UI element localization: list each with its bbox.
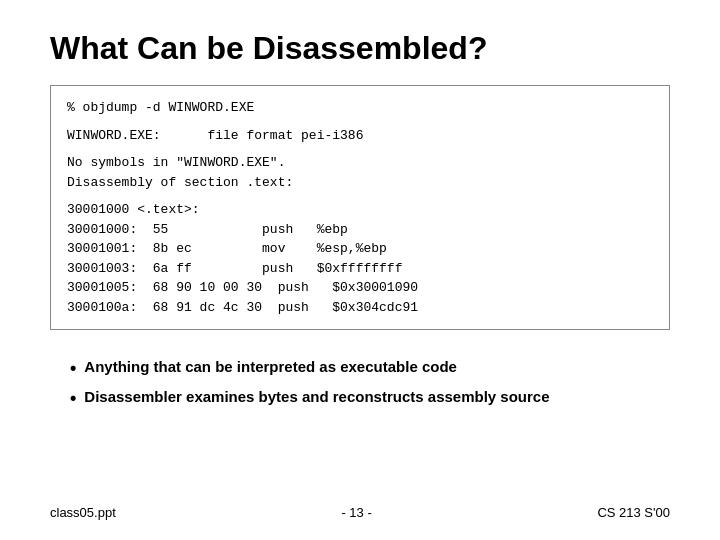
- footer-right: CS 213 S'00: [597, 505, 670, 520]
- bullet-item-2: • Disassembler examines bytes and recons…: [70, 388, 670, 410]
- code-line-11: 30001003: 6a ff push $0xffffffff: [67, 259, 653, 279]
- code-line-3: WINWORD.EXE: file format pei-i386: [67, 126, 653, 146]
- footer: class05.ppt - 13 - CS 213 S'00: [50, 495, 670, 520]
- code-line-12: 30001005: 68 90 10 00 30 push $0x3000109…: [67, 278, 653, 298]
- footer-left: class05.ppt: [50, 505, 116, 520]
- code-line-9: 30001000: 55 push %ebp: [67, 220, 653, 240]
- bullet-text-2: Disassembler examines bytes and reconstr…: [84, 388, 549, 405]
- code-line-13: 3000100a: 68 91 dc 4c 30 push $0x304cdc9…: [67, 298, 653, 318]
- footer-center: - 13 -: [341, 505, 371, 520]
- code-line-1: % objdump -d WINWORD.EXE: [67, 98, 653, 118]
- slide: What Can be Disassembled? % objdump -d W…: [0, 0, 720, 540]
- code-line-6: Disassembly of section .text:: [67, 173, 653, 193]
- bullet-text-1: Anything that can be interpreted as exec…: [84, 358, 457, 375]
- code-line-10: 30001001: 8b ec mov %esp,%ebp: [67, 239, 653, 259]
- code-line-5: No symbols in "WINWORD.EXE".: [67, 153, 653, 173]
- code-line-8: 30001000 <.text>:: [67, 200, 653, 220]
- bullets-section: • Anything that can be interpreted as ex…: [50, 358, 670, 417]
- bullet-dot-2: •: [70, 388, 76, 410]
- bullet-item-1: • Anything that can be interpreted as ex…: [70, 358, 670, 380]
- code-box: % objdump -d WINWORD.EXE WINWORD.EXE: fi…: [50, 85, 670, 330]
- bullet-dot-1: •: [70, 358, 76, 380]
- slide-title: What Can be Disassembled?: [50, 30, 670, 67]
